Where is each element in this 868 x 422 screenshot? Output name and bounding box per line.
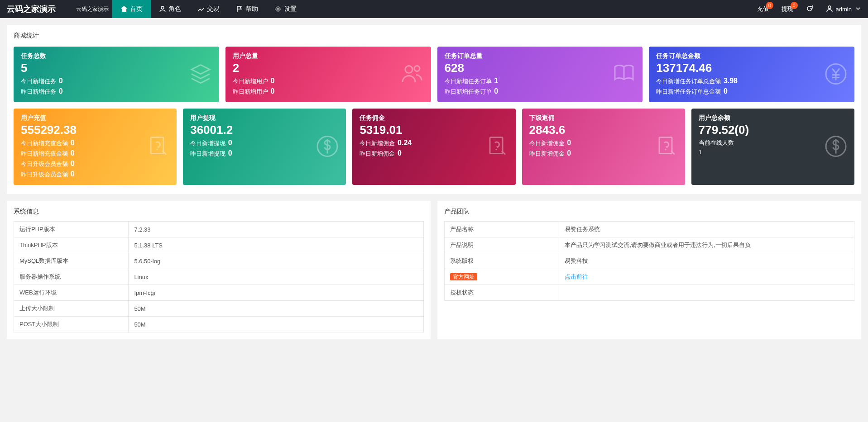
stat-title: 任务佣金 [360, 114, 508, 122]
stat-card[interactable]: 任务总数5今日新增任务 0昨日新增任务 0 [14, 47, 219, 102]
table-row: 系统版权易赞科技 [445, 253, 854, 269]
table-row: ThinkPHP版本5.1.38 LTS [14, 237, 424, 253]
refresh-button[interactable] [800, 0, 820, 18]
nav-label: 帮助 [245, 5, 258, 13]
cell-key: 运行PHP版本 [14, 222, 129, 237]
stat-title: 下级返佣 [529, 114, 678, 122]
yen-icon [824, 62, 848, 87]
header-right: 充值 0 提现 0 admin [751, 0, 868, 18]
home-icon [120, 5, 128, 13]
cell-val: 5.6.50-log [129, 253, 424, 269]
nav-label: 首页 [130, 5, 143, 13]
stat-title: 任务总数 [21, 52, 212, 60]
cell-key: 系统版权 [445, 253, 559, 269]
product-table: 产品名称易赞任务系统产品说明本产品只为学习测试交流,请勿要做商业或者用于违法行为… [444, 221, 854, 301]
recharge-button[interactable]: 充值 0 [751, 0, 775, 18]
stat-line: 昨日新增任务 0 [21, 87, 212, 96]
dollar-icon [824, 134, 848, 159]
cell-key: POST大小限制 [14, 317, 129, 332]
stats-card: 商城统计 任务总数5今日新增任务 0昨日新增任务 0用户总量2今日新增用户 0昨… [7, 25, 861, 194]
stat-title: 用户总余额 [699, 114, 847, 122]
user-icon [159, 5, 166, 13]
stat-title: 用户提现 [190, 114, 339, 122]
cell-val [559, 285, 854, 301]
cell-val: Linux [129, 269, 424, 285]
nav-item[interactable]: 帮助 [228, 0, 266, 18]
product-title: 产品团队 [444, 208, 854, 216]
doc-icon [485, 134, 509, 159]
cell-val: fpm-fcgi [129, 285, 424, 301]
app-logo: 云码之家演示 [0, 4, 72, 14]
sysinfo-panel: 系统信息 运行PHP版本7.2.33ThinkPHP版本5.1.38 LTSMy… [7, 201, 431, 339]
stats-title: 商城统计 [14, 32, 854, 40]
stat-card[interactable]: 任务佣金5319.01今日新增佣金 0.24昨日新增佣金 0 [352, 109, 515, 185]
cell-key: ThinkPHP版本 [14, 237, 129, 253]
table-row: 产品说明本产品只为学习测试交流,请勿要做商业或者用于违法行为,一切后果自负 [445, 237, 854, 253]
table-row: 上传大小限制50M [14, 301, 424, 317]
nav-label: 交易 [207, 5, 220, 13]
stat-line: 今日新增任务 0 [21, 77, 212, 85]
stat-card[interactable]: 下级返佣2843.6今日新增佣金 0昨日新增佣金 0 [522, 109, 685, 185]
stat-value: 628 [445, 61, 636, 75]
stat-title: 任务订单总金额 [656, 52, 847, 60]
cell-val: 易赞科技 [559, 253, 854, 269]
cell-key: MySQL数据库版本 [14, 253, 129, 269]
stat-line: 昨日新增用户 0 [233, 87, 424, 96]
stat-card[interactable]: 用户总量2今日新增用户 0昨日新增用户 0 [225, 47, 431, 102]
stat-card[interactable]: 任务订单总量628今日新增任务订单 1昨日新增任务订单 0 [437, 47, 643, 102]
table-row: 运行PHP版本7.2.33 [14, 222, 424, 237]
stat-card[interactable]: 用户总余额779.52(0)当前在线人数1 [691, 109, 854, 185]
user-menu[interactable]: admin [820, 0, 868, 18]
withdraw-button[interactable]: 提现 0 [775, 0, 800, 18]
cell-val: 易赞任务系统 [559, 222, 854, 237]
trade-icon [197, 5, 205, 13]
stats-row-2: 用户充值555292.38今日新增充值金额 0昨日新增充值金额 0今日升级会员金… [10, 109, 858, 185]
nav-label: 角色 [168, 5, 181, 13]
withdraw-badge: 0 [791, 2, 798, 9]
nav-item[interactable]: 角色 [151, 0, 189, 18]
table-row: 产品名称易赞任务系统 [445, 222, 854, 237]
recharge-badge: 0 [766, 2, 773, 9]
table-row: MySQL数据库版本5.6.50-log [14, 253, 424, 269]
stat-title: 任务订单总量 [445, 52, 636, 60]
users-icon [401, 62, 424, 87]
tag: 官方网址 [450, 273, 477, 280]
stat-card[interactable]: 任务订单总金额137174.46今日新增任务订单总金额 3.98昨日新增任务订单… [649, 47, 854, 102]
sysinfo-title: 系统信息 [14, 208, 424, 216]
cell-key: 产品名称 [445, 222, 559, 237]
cell-key: 授权状态 [445, 285, 559, 301]
main-nav: 首页角色交易帮助设置 [112, 0, 305, 18]
top-header: 云码之家演示 云码之家演示 首页角色交易帮助设置 充值 0 提现 0 admin [0, 0, 868, 18]
stat-value: 137174.46 [656, 61, 847, 75]
product-panel: 产品团队 产品名称易赞任务系统产品说明本产品只为学习测试交流,请勿要做商业或者用… [437, 201, 861, 339]
nav-item[interactable]: 首页 [112, 0, 151, 18]
doc-icon [655, 134, 678, 159]
official-link[interactable]: 点击前往 [565, 273, 588, 280]
stat-line: 今日新增用户 0 [233, 77, 424, 85]
cell-key: 上传大小限制 [14, 301, 129, 317]
stat-line: 今日升级会员金额 0 [21, 160, 169, 168]
stat-line: 昨日新增任务订单 0 [445, 87, 636, 96]
stat-card[interactable]: 用户充值555292.38今日新增充值金额 0昨日新增充值金额 0今日升级会员金… [14, 109, 177, 185]
book-icon [612, 62, 636, 87]
doc-icon [146, 134, 170, 159]
stat-title: 用户总量 [233, 52, 424, 60]
refresh-icon [806, 5, 813, 14]
flag-icon [236, 5, 243, 13]
cell-key: WEB运行环境 [14, 285, 129, 301]
nav-item[interactable]: 设置 [266, 0, 305, 18]
stat-card[interactable]: 用户提现36001.2今日新增提现 0昨日新增提现 0 [183, 109, 346, 185]
table-row: 官方网址点击前往 [445, 269, 854, 285]
cell-val: 5.1.38 LTS [129, 237, 424, 253]
user-name: admin [836, 6, 852, 13]
sysinfo-table: 运行PHP版本7.2.33ThinkPHP版本5.1.38 LTSMySQL数据… [14, 221, 424, 332]
chevron-down-icon [854, 5, 862, 14]
stat-value: 5 [21, 61, 212, 75]
cell-val: 本产品只为学习测试交流,请勿要做商业或者用于违法行为,一切后果自负 [559, 237, 854, 253]
app-subtitle: 云码之家演示 [72, 5, 112, 13]
stat-line: 今日新增任务订单 1 [445, 77, 636, 85]
stat-line: 昨日升级会员金额 0 [21, 170, 169, 179]
nav-item[interactable]: 交易 [189, 0, 228, 18]
table-row: 授权状态 [445, 285, 854, 301]
table-row: 服务器操作系统Linux [14, 269, 424, 285]
